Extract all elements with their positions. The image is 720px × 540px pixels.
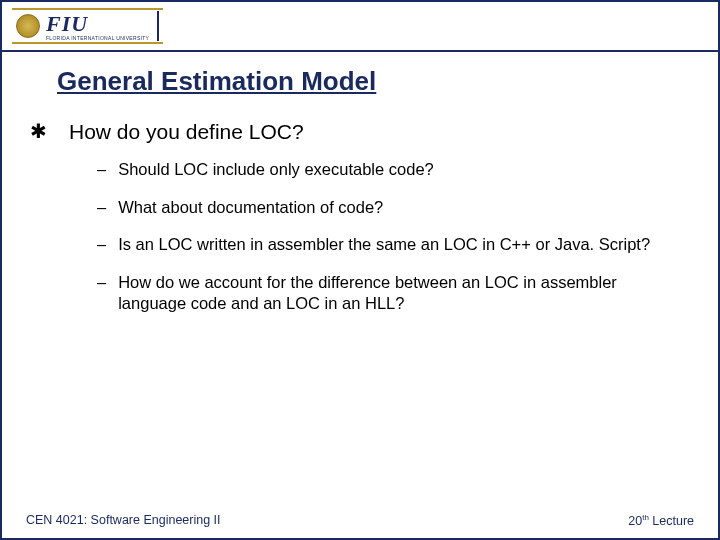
footer-right: 20th Lecture — [628, 513, 694, 528]
sub-item-text: Should LOC include only executable code? — [118, 159, 434, 180]
list-item: – How do we account for the difference b… — [97, 272, 688, 315]
lecture-word: Lecture — [649, 514, 694, 528]
slide-footer: CEN 4021: Software Engineering II 20th L… — [26, 513, 694, 528]
asterisk-bullet-icon: ✱ — [29, 119, 47, 143]
lecture-number: 20 — [628, 514, 642, 528]
footer-left: CEN 4021: Software Engineering II — [26, 513, 221, 528]
list-item: – Should LOC include only executable cod… — [97, 159, 688, 180]
dash-bullet-icon: – — [97, 272, 106, 315]
slide-title: General Estimation Model — [57, 66, 688, 97]
header-bar: FIU FLORIDA INTERNATIONAL UNIVERSITY — [2, 2, 718, 52]
logo-area: FIU FLORIDA INTERNATIONAL UNIVERSITY — [12, 8, 163, 44]
dash-bullet-icon: – — [97, 159, 106, 180]
sub-item-text: What about documentation of code? — [118, 197, 383, 218]
sub-item-text: How do we account for the difference bet… — [118, 272, 688, 315]
list-item: – What about documentation of code? — [97, 197, 688, 218]
dash-bullet-icon: – — [97, 234, 106, 255]
dash-bullet-icon: – — [97, 197, 106, 218]
university-seal-icon — [16, 14, 40, 38]
main-question: How do you define LOC? — [69, 119, 304, 145]
logo-text: FIU — [46, 11, 149, 37]
logo-block: FIU FLORIDA INTERNATIONAL UNIVERSITY — [46, 11, 159, 41]
sub-item-text: Is an LOC written in assembler the same … — [118, 234, 650, 255]
logo-subtext: FLORIDA INTERNATIONAL UNIVERSITY — [46, 35, 149, 41]
list-item: – Is an LOC written in assembler the sam… — [97, 234, 688, 255]
slide-content: General Estimation Model ✱ How do you de… — [2, 52, 718, 314]
ordinal-suffix: th — [642, 513, 649, 522]
sub-bullet-list: – Should LOC include only executable cod… — [97, 159, 688, 314]
main-bullet: ✱ How do you define LOC? — [29, 119, 688, 145]
